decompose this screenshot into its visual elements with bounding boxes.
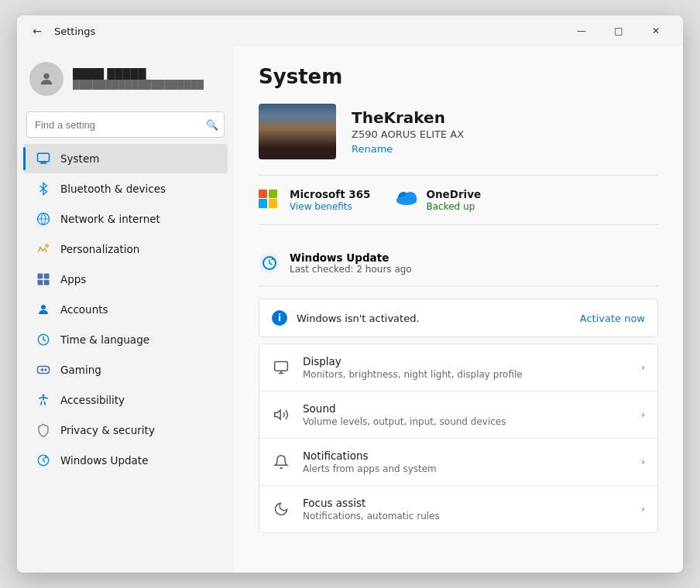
sidebar: ████ █████ ████████████████████ 🔍 System… (17, 46, 234, 573)
maximize-button[interactable]: □ (601, 19, 637, 43)
sidebar-item-accounts[interactable]: Accounts (23, 295, 228, 324)
display-name: Display (303, 355, 629, 368)
svg-point-4 (46, 244, 48, 247)
sidebar-item-privacy[interactable]: Privacy & security (23, 415, 228, 445)
display-icon (272, 358, 290, 377)
sidebar-item-time[interactable]: Time & language (23, 325, 228, 354)
settings-item-sound[interactable]: Sound Volume levels, output, input, soun… (259, 391, 657, 439)
notifications-chevron: › (641, 456, 645, 467)
svg-rect-8 (44, 280, 50, 285)
device-card: TheKraken Z590 AORUS ELITE AX Rename (259, 104, 658, 159)
personalization-nav-icon (36, 241, 51, 257)
alert-icon: i (272, 310, 287, 326)
device-image (259, 104, 336, 159)
alert-left: i Windows isn't activated. (272, 310, 420, 326)
microsoft365-icon (259, 190, 280, 211)
sound-name: Sound (303, 402, 629, 415)
microsoft365-info: Microsoft 365 View benefits (290, 188, 371, 212)
sidebar-item-label-accounts: Accounts (60, 303, 108, 316)
window-title: Settings (54, 26, 95, 37)
onedrive-info: OneDrive Backed up (427, 188, 482, 212)
search-input[interactable] (26, 111, 225, 138)
windows-update-row[interactable]: Windows Update Last checked: 2 hours ago (259, 241, 658, 286)
svg-rect-19 (275, 362, 288, 371)
onedrive-icon (396, 190, 417, 211)
main-content: System TheKraken Z590 AORUS ELITE AX Ren… (234, 46, 683, 573)
gaming-nav-icon (36, 362, 51, 378)
page-title: System (259, 65, 658, 88)
settings-item-display[interactable]: Display Monitors, brightness, night ligh… (259, 344, 657, 391)
device-info: TheKraken Z590 AORUS ELITE AX Rename (352, 108, 464, 155)
windows-update-icon (259, 252, 280, 274)
sidebar-item-label-system: System (60, 152, 99, 165)
settings-item-notifications[interactable]: Notifications Alerts from apps and syste… (259, 439, 657, 486)
device-model: Z590 AORUS ELITE AX (352, 128, 464, 140)
sidebar-item-label-accessibility: Accessibility (60, 394, 125, 406)
notifications-text: Notifications Alerts from apps and syste… (303, 450, 629, 474)
microsoft365-item[interactable]: Microsoft 365 View benefits (259, 188, 371, 212)
search-box: 🔍 (26, 111, 225, 138)
sidebar-item-label-bluetooth: Bluetooth & devices (60, 183, 166, 195)
accounts-nav-icon (36, 302, 51, 317)
sidebar-item-windows-update[interactable]: Windows Update (23, 446, 228, 475)
svg-rect-5 (38, 274, 43, 279)
sound-desc: Volume levels, output, input, sound devi… (303, 416, 629, 427)
content-area: ████ █████ ████████████████████ 🔍 System… (17, 46, 683, 573)
user-info: ████ █████ ████████████████████ (73, 68, 204, 90)
titlebar: ← Settings — □ ✕ (17, 15, 683, 46)
sidebar-item-label-gaming: Gaming (60, 364, 101, 376)
svg-rect-6 (44, 274, 50, 279)
system-nav-icon (36, 151, 51, 166)
privacy-nav-icon (36, 422, 51, 438)
sidebar-item-gaming[interactable]: Gaming (23, 355, 228, 385)
sound-icon (272, 405, 290, 424)
time-nav-icon (36, 332, 51, 347)
sidebar-item-bluetooth[interactable]: Bluetooth & devices (23, 174, 228, 203)
bluetooth-nav-icon (36, 181, 51, 197)
user-section: ████ █████ ████████████████████ (17, 53, 234, 108)
sidebar-item-network[interactable]: Network & internet (23, 204, 228, 234)
sidebar-item-label-network: Network & internet (60, 213, 160, 225)
svg-point-17 (396, 196, 417, 205)
sound-chevron: › (641, 409, 645, 420)
display-text: Display Monitors, brightness, night ligh… (303, 355, 629, 380)
sidebar-item-accessibility[interactable]: Accessibility (23, 385, 228, 415)
close-button[interactable]: ✕ (638, 19, 674, 43)
notifications-name: Notifications (303, 450, 629, 462)
sidebar-item-label-windows-update: Windows Update (60, 454, 148, 467)
svg-rect-1 (38, 153, 50, 162)
microsoft365-name: Microsoft 365 (290, 188, 371, 200)
svg-rect-3 (40, 162, 47, 164)
device-name: TheKraken (352, 108, 464, 127)
rename-link[interactable]: Rename (352, 143, 464, 155)
svg-point-9 (41, 305, 46, 309)
back-button[interactable]: ← (26, 20, 48, 42)
focus-assist-icon (272, 500, 290, 518)
notifications-icon (272, 453, 290, 471)
sidebar-item-label-apps: Apps (60, 273, 86, 285)
display-chevron: › (641, 362, 645, 373)
svg-rect-7 (38, 280, 43, 285)
onedrive-item[interactable]: OneDrive Backed up (396, 188, 482, 212)
windows-update-sub: Last checked: 2 hours ago (290, 264, 412, 275)
windows-update-nav-icon (36, 453, 51, 468)
svg-rect-2 (41, 162, 46, 163)
window-controls: — □ ✕ (564, 19, 674, 43)
settings-item-focus-assist[interactable]: Focus assist Notifications, automatic ru… (259, 486, 657, 532)
microsoft365-sub[interactable]: View benefits (290, 201, 371, 212)
sidebar-item-system[interactable]: System (23, 144, 228, 173)
alert-message: Windows isn't activated. (297, 313, 420, 324)
settings-list: Display Monitors, brightness, night ligh… (259, 344, 658, 533)
services-row: Microsoft 365 View benefits (259, 175, 658, 225)
avatar (29, 62, 63, 96)
apps-nav-icon (36, 272, 51, 287)
sidebar-item-apps[interactable]: Apps (23, 265, 228, 294)
activation-alert: i Windows isn't activated. Activate now (259, 299, 658, 337)
sidebar-item-personalization[interactable]: Personalization (23, 234, 228, 264)
onedrive-sub[interactable]: Backed up (427, 201, 482, 212)
sidebar-item-label-time: Time & language (60, 333, 149, 346)
sidebar-item-label-personalization: Personalization (60, 243, 139, 255)
minimize-button[interactable]: — (564, 19, 599, 43)
windows-update-name: Windows Update (290, 251, 412, 264)
activate-link[interactable]: Activate now (580, 313, 645, 324)
